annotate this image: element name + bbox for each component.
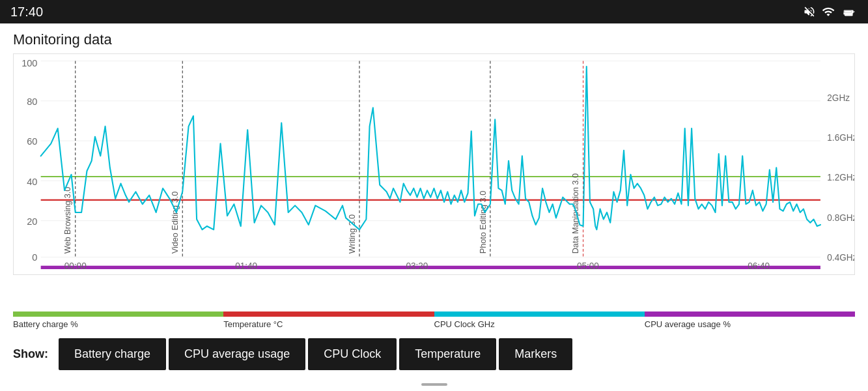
legend-line-cpu-clock	[434, 311, 645, 317]
mute-icon	[803, 5, 816, 18]
cpu-clock-button[interactable]: CPU Clock	[308, 338, 397, 370]
svg-rect-2	[845, 10, 852, 12]
svg-text:0: 0	[32, 252, 37, 263]
legend-line-temperature	[223, 311, 434, 317]
legend-line-battery	[13, 311, 223, 317]
scroll-dot	[421, 383, 447, 386]
main-container: Monitoring data 0 20 40 60 80 100	[0, 23, 868, 391]
svg-text:1.6GHz: 1.6GHz	[827, 133, 854, 143]
svg-text:40: 40	[27, 177, 37, 187]
svg-text:00:00: 00:00	[64, 261, 87, 270]
status-bar: 17:40	[0, 0, 868, 23]
status-time: 17:40	[10, 5, 43, 20]
svg-text:0.4GHz: 0.4GHz	[827, 253, 854, 263]
svg-text:Web Browsing 3.0: Web Browsing 3.0	[64, 187, 73, 254]
svg-text:60: 60	[27, 136, 37, 147]
legend-label-temperature: Temperature °C	[223, 319, 434, 329]
svg-text:1.2GHz: 1.2GHz	[827, 173, 854, 182]
legend-strip: Battery charge % Temperature °C CPU Cloc…	[0, 305, 868, 332]
svg-text:06:40: 06:40	[748, 261, 770, 270]
legend-item-cpu-avg: CPU average usage %	[645, 311, 855, 329]
markers-button[interactable]: Markers	[499, 338, 572, 370]
page-title: Monitoring data	[0, 23, 868, 53]
svg-text:Data Manipulation 3.0: Data Manipulation 3.0	[571, 173, 580, 253]
temperature-button[interactable]: Temperature	[399, 338, 496, 370]
svg-text:0.8GHz: 0.8GHz	[827, 213, 854, 223]
svg-text:01:40: 01:40	[235, 261, 257, 270]
legend-label-cpu-clock: CPU Clock GHz	[434, 319, 645, 329]
svg-text:05:00: 05:00	[577, 261, 599, 270]
svg-text:Photo Editing 3.0: Photo Editing 3.0	[479, 191, 488, 254]
battery-icon	[841, 5, 858, 18]
svg-text:80: 80	[27, 96, 37, 107]
chart-svg: 0 20 40 60 80 100 0.4GHz 0.8GHz 1.2GHz 1…	[14, 54, 854, 274]
legend-item-temperature: Temperature °C	[223, 311, 434, 329]
cpu-average-usage-button[interactable]: CPU average usage	[169, 338, 305, 370]
wifi-icon	[821, 5, 835, 18]
svg-text:03:20: 03:20	[406, 261, 428, 270]
legend-item-battery: Battery charge %	[13, 311, 223, 329]
legend-label-battery: Battery charge %	[13, 319, 223, 329]
buttons-row: Show: Battery charge CPU average usage C…	[0, 332, 868, 377]
legend-label-cpu-avg: CPU average usage %	[645, 319, 855, 329]
legend-item-cpu-clock: CPU Clock GHz	[434, 311, 645, 329]
status-icons	[803, 5, 858, 18]
scroll-hint	[0, 377, 868, 391]
battery-charge-button[interactable]: Battery charge	[59, 338, 166, 370]
svg-text:2GHz: 2GHz	[827, 93, 850, 103]
chart-container: 0 20 40 60 80 100 0.4GHz 0.8GHz 1.2GHz 1…	[13, 53, 855, 275]
chart-wrapper: 0 20 40 60 80 100 0.4GHz 0.8GHz 1.2GHz 1…	[0, 53, 868, 305]
svg-text:20: 20	[27, 216, 37, 227]
svg-rect-3	[854, 11, 855, 12]
svg-text:Video Editing 3.0: Video Editing 3.0	[171, 192, 180, 254]
show-label: Show:	[13, 347, 48, 361]
legend-line-cpu-avg	[645, 311, 855, 317]
svg-text:100: 100	[21, 58, 37, 68]
